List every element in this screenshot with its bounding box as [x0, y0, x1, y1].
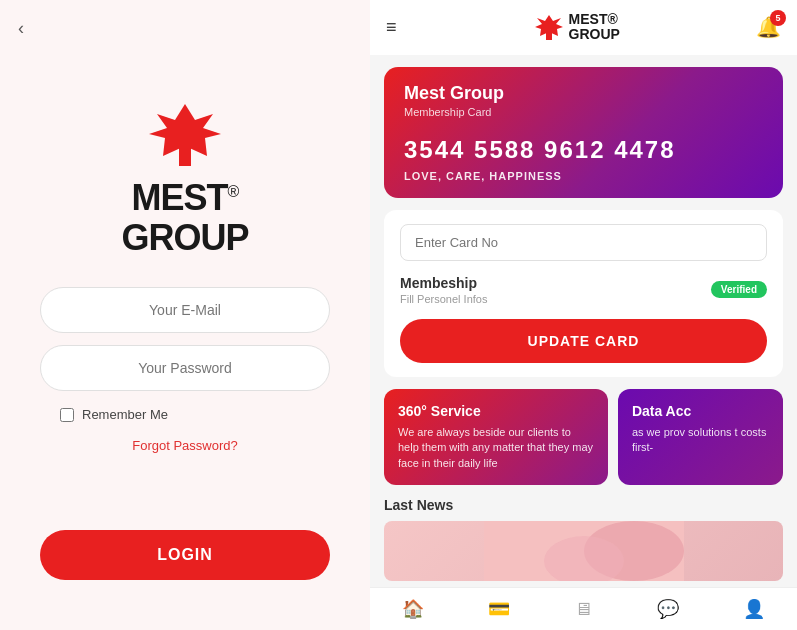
- service-card-1-title: 360° Service: [398, 403, 594, 419]
- forgot-password-link[interactable]: Forgot Password?: [40, 438, 330, 453]
- notification-badge: 5: [770, 10, 786, 26]
- bottom-nav: 🏠 💳 🖥 💬 👤: [370, 587, 797, 630]
- nav-brand-name: MEST® GROUP: [569, 12, 620, 43]
- nav-home[interactable]: 🏠: [402, 598, 424, 620]
- card-subtitle: Membership Card: [404, 106, 763, 118]
- service-card-1-desc: We are always beside our clients to help…: [398, 425, 594, 471]
- nav-card[interactable]: 💳: [488, 598, 510, 620]
- nav-maple-leaf-icon: [533, 13, 565, 41]
- maple-leaf-icon: [145, 100, 225, 170]
- password-input[interactable]: [40, 345, 330, 391]
- nav-monitor[interactable]: 🖥: [574, 599, 592, 620]
- fill-info: Fill Personel Infos: [400, 293, 487, 305]
- back-arrow[interactable]: ‹: [18, 18, 24, 39]
- brand-name: MEST® GROUP: [121, 178, 248, 257]
- membership-row: Membeship Fill Personel Infos Verified: [400, 275, 767, 305]
- membership-label: Membeship: [400, 275, 487, 291]
- last-news-title: Last News: [384, 497, 783, 513]
- last-news-section: Last News: [384, 497, 783, 581]
- logo-area: MEST® GROUP: [121, 100, 248, 257]
- remember-me-label: Remember Me: [82, 407, 168, 422]
- news-thumbnail: [484, 521, 684, 581]
- login-form: Remember Me Forgot Password?: [20, 287, 350, 453]
- verified-badge: Verified: [711, 281, 767, 298]
- membership-info: Membeship Fill Personel Infos: [400, 275, 487, 305]
- nav-profile[interactable]: 👤: [743, 598, 765, 620]
- svg-rect-1: [179, 146, 191, 166]
- remember-me-checkbox[interactable]: [60, 408, 74, 422]
- nav-chat[interactable]: 💬: [657, 598, 679, 620]
- email-input[interactable]: [40, 287, 330, 333]
- card-tagline: LOVE, CARE, HAPPINESS: [404, 170, 763, 182]
- notification-button[interactable]: 🔔 5: [756, 15, 781, 39]
- news-image: [384, 521, 783, 581]
- remember-me-row: Remember Me: [40, 407, 330, 422]
- svg-rect-3: [546, 32, 552, 40]
- card-title: Mest Group: [404, 83, 763, 104]
- login-button[interactable]: LOGIN: [40, 530, 330, 580]
- service-card-2: Data Acc as we prov solutions t costs fi…: [618, 389, 783, 485]
- service-card-2-title: Data Acc: [632, 403, 769, 419]
- service-card-1: 360° Service We are always beside our cl…: [384, 389, 608, 485]
- hamburger-menu-icon[interactable]: ≡: [386, 17, 397, 38]
- left-panel: ‹ MEST® GROUP Remember Me Forgot Passwor…: [0, 0, 370, 630]
- nav-logo: MEST® GROUP: [533, 12, 620, 43]
- service-cards: 360° Service We are always beside our cl…: [384, 389, 783, 485]
- card-form-section: Membeship Fill Personel Infos Verified U…: [384, 210, 783, 377]
- right-panel: ≡ MEST® GROUP 🔔 5 Mest Group Membership …: [370, 0, 797, 630]
- membership-card: Mest Group Membership Card 3544 5588 961…: [384, 67, 783, 198]
- card-number: 3544 5588 9612 4478: [404, 136, 763, 164]
- service-card-2-desc: as we prov solutions t costs first-: [632, 425, 769, 456]
- top-nav: ≡ MEST® GROUP 🔔 5: [370, 0, 797, 55]
- card-number-input[interactable]: [400, 224, 767, 261]
- update-card-button[interactable]: UPDATE CARD: [400, 319, 767, 363]
